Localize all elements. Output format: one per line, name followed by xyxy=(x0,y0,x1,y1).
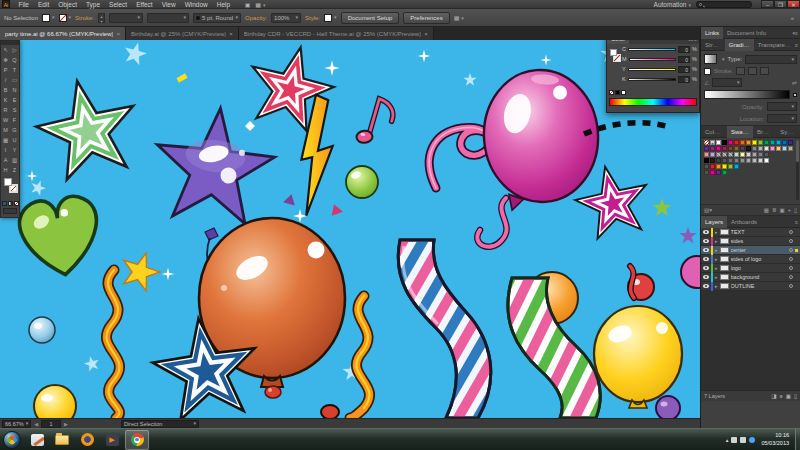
expand-triangle-icon[interactable]: ▸ xyxy=(715,238,718,244)
search-input[interactable] xyxy=(696,1,752,8)
swatch[interactable] xyxy=(770,140,775,145)
show-kinds-icon[interactable]: ▦ xyxy=(764,207,769,213)
taskbar-item-paint[interactable] xyxy=(25,430,49,450)
swatch[interactable] xyxy=(716,140,721,145)
visibility-eye-icon[interactable] xyxy=(703,239,709,243)
close-button[interactable]: ✕ xyxy=(787,0,800,8)
swatch[interactable] xyxy=(722,164,727,169)
white-chip[interactable] xyxy=(621,90,626,95)
arrange-documents-icon[interactable]: ▣ xyxy=(245,1,251,8)
document-tab[interactable]: Birthday.ai @ 25% (CMYK/Preview) × xyxy=(126,27,239,40)
workspace-switcher[interactable]: Automation▾ xyxy=(654,1,691,8)
swatch[interactable] xyxy=(716,164,721,169)
swatch[interactable] xyxy=(710,146,715,151)
gradient-location-dropdown[interactable]: ▾ xyxy=(767,114,797,123)
menu-item[interactable]: Window xyxy=(180,0,212,9)
last-artboard-icon[interactable]: ▶ xyxy=(64,421,68,427)
panel-menu-icon[interactable]: ▾≡ xyxy=(793,30,800,36)
target-circle-icon[interactable] xyxy=(789,275,793,279)
tool-button[interactable]: Z xyxy=(10,165,19,175)
stroke-link[interactable]: Stroke: xyxy=(75,15,94,21)
swatch[interactable] xyxy=(776,146,781,151)
artboard-nav-field[interactable]: 1 xyxy=(41,420,61,428)
document-tab[interactable]: party time.ai @ 66.67% (CMYK/Preview) × xyxy=(0,27,126,40)
color-spectrum-bar[interactable] xyxy=(609,98,697,106)
stroke-along-button[interactable] xyxy=(748,67,757,75)
layer-name[interactable]: OUTLINE xyxy=(731,283,787,289)
swatch[interactable] xyxy=(746,152,751,157)
gradient-opacity-dropdown[interactable]: ▾ xyxy=(767,102,797,111)
menu-item[interactable]: View xyxy=(157,0,180,9)
color-fill-stroke[interactable] xyxy=(609,48,622,66)
gradient-stop[interactable] xyxy=(793,93,797,97)
gradient-slider-bar[interactable] xyxy=(704,90,790,99)
layer-row[interactable]: ▸ sides of logo xyxy=(701,255,800,264)
minimize-button[interactable]: – xyxy=(761,0,774,8)
swatch[interactable] xyxy=(740,140,745,145)
swatch[interactable] xyxy=(758,152,763,157)
canvas-artwork[interactable] xyxy=(0,40,700,418)
swatch[interactable] xyxy=(752,140,757,145)
swatch[interactable] xyxy=(752,146,757,151)
tool-button[interactable]: W xyxy=(1,115,10,125)
stroke-across-button[interactable] xyxy=(760,67,769,75)
layer-name[interactable]: TEXT xyxy=(731,229,787,235)
layer-row[interactable]: ▸ TEXT xyxy=(701,228,800,237)
tool-button[interactable]: ↖ xyxy=(1,45,10,55)
magenta-value[interactable]: 0 xyxy=(678,56,690,63)
angle-dropdown[interactable]: ▾ xyxy=(712,78,742,87)
taskbar-item-firefox[interactable] xyxy=(75,430,99,450)
stroke-within-button[interactable] xyxy=(736,67,745,75)
menu-item[interactable]: Help xyxy=(212,0,234,9)
menu-item[interactable]: Object xyxy=(54,0,82,9)
tray-network-icon[interactable] xyxy=(749,437,755,443)
layer-name[interactable]: sides of logo xyxy=(731,256,787,262)
swatch[interactable] xyxy=(740,146,745,151)
tool-button[interactable]: ▥ xyxy=(10,155,19,165)
swatch[interactable] xyxy=(734,140,739,145)
swatch[interactable] xyxy=(728,152,733,157)
swatch[interactable] xyxy=(704,140,709,145)
swatch[interactable] xyxy=(722,140,727,145)
new-layer-icon[interactable]: ▣ xyxy=(786,393,791,399)
tool-button[interactable]: A xyxy=(1,155,10,165)
zoom-level-dropdown[interactable]: 66.67%▾ xyxy=(2,420,31,428)
visibility-eye-icon[interactable] xyxy=(703,275,709,279)
swatch[interactable] xyxy=(758,158,763,163)
swatch[interactable] xyxy=(776,140,781,145)
document-setup-button[interactable]: Document Setup xyxy=(341,12,400,24)
swatch[interactable] xyxy=(734,146,739,151)
swatch[interactable] xyxy=(728,158,733,163)
tool-button[interactable]: G xyxy=(10,125,19,135)
tool-button[interactable]: F xyxy=(10,115,19,125)
fill-color-well[interactable] xyxy=(4,178,12,186)
magenta-slider[interactable] xyxy=(629,58,677,61)
swatch[interactable] xyxy=(752,158,757,163)
status-tool-dropdown[interactable]: Direct Selection▾ xyxy=(121,420,199,428)
swatch[interactable] xyxy=(764,140,769,145)
fill-swatch[interactable]: ▾ xyxy=(42,14,55,22)
none-mode-button[interactable] xyxy=(14,201,19,206)
swatches-panel-tab[interactable]: Swatches xyxy=(727,126,753,138)
swatch[interactable] xyxy=(728,164,733,169)
layer-name[interactable]: background xyxy=(731,274,787,280)
collapse-dock-icon[interactable]: « xyxy=(791,15,796,21)
swatch[interactable] xyxy=(704,164,709,169)
target-circle-icon[interactable] xyxy=(789,248,793,252)
swatch[interactable] xyxy=(722,146,727,151)
swatch[interactable] xyxy=(716,152,721,157)
document-tab[interactable]: Birthday CDR - VECCRD - Half Theme.ai @ … xyxy=(239,27,434,40)
yellow-slider[interactable] xyxy=(628,68,676,71)
swatch[interactable] xyxy=(722,170,727,175)
tool-button[interactable]: I xyxy=(1,145,10,155)
swatch[interactable] xyxy=(710,158,715,163)
delete-layer-icon[interactable]: ▯ xyxy=(794,393,797,399)
links-panel-tab[interactable]: Links xyxy=(701,27,723,39)
screen-mode-button[interactable] xyxy=(3,208,17,214)
swatch[interactable] xyxy=(704,146,709,151)
swatch[interactable] xyxy=(788,146,793,151)
swatch[interactable] xyxy=(758,140,763,145)
none-chip[interactable] xyxy=(609,90,614,95)
swatch[interactable] xyxy=(704,158,709,163)
layers-panel-tab[interactable]: Layers xyxy=(701,216,727,228)
